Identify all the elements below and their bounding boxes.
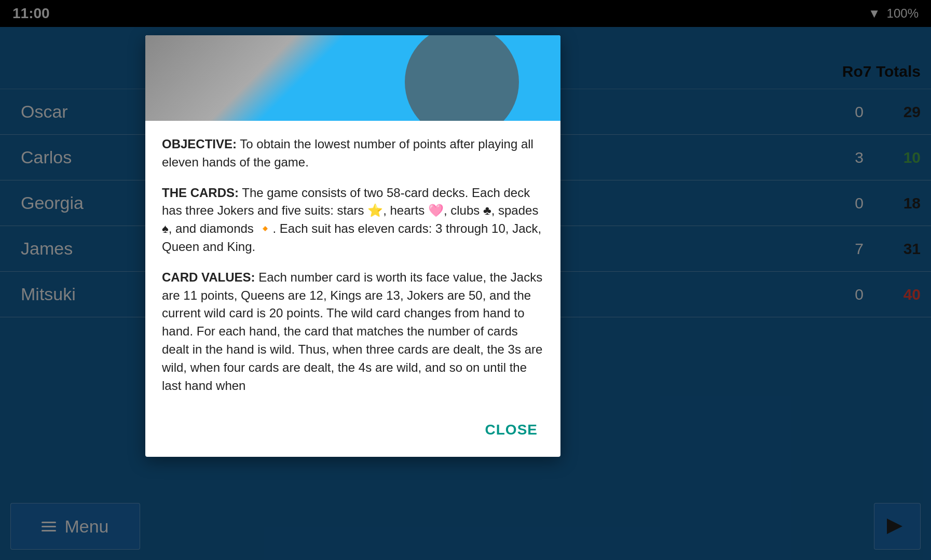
help-dialog: OBJECTIVE: To obtain the lowest number o…	[145, 35, 560, 457]
cards-title: THE CARDS:	[162, 186, 239, 200]
decorative-curve	[405, 35, 519, 121]
values-title: CARD VALUES:	[162, 270, 255, 284]
cards-paragraph: THE CARDS: The game consists of two 58-c…	[162, 184, 544, 256]
dialog-actions: CLOSE	[145, 407, 560, 457]
objective-title: OBJECTIVE:	[162, 137, 237, 151]
objective-paragraph: OBJECTIVE: To obtain the lowest number o…	[162, 135, 544, 172]
dialog-image-header	[145, 35, 560, 121]
close-button[interactable]: CLOSE	[475, 415, 548, 444]
dialog-content: OBJECTIVE: To obtain the lowest number o…	[145, 121, 560, 395]
values-paragraph: CARD VALUES: Each number card is worth i…	[162, 269, 544, 395]
